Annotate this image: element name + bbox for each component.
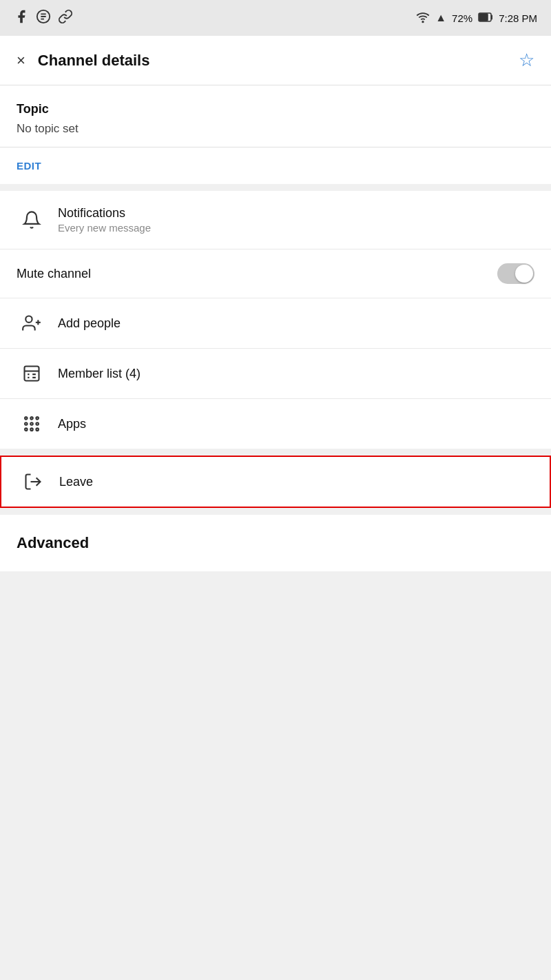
menu-card: Notifications Every new message Mute cha… (0, 191, 551, 449)
divider (0, 147, 551, 147)
time-display: 7:28 PM (499, 12, 537, 24)
signal-icon: ▲ (435, 12, 446, 24)
mute-toggle[interactable] (497, 263, 534, 284)
svg-point-9 (25, 417, 28, 420)
svg-point-10 (30, 417, 33, 420)
leave-text: Leave (59, 475, 533, 489)
status-right-icons: ▲ 72% 7:28 PM (416, 10, 537, 26)
svg-point-16 (30, 428, 33, 431)
facebook-icon (14, 9, 29, 28)
battery-icon (478, 12, 493, 24)
leave-title: Leave (59, 475, 533, 489)
leave-card: Leave (0, 456, 551, 508)
svg-point-14 (36, 422, 39, 425)
svg-point-4 (25, 316, 32, 323)
svg-point-13 (30, 422, 33, 425)
apps-icon (17, 414, 47, 433)
add-people-title: Add people (58, 316, 534, 331)
notifications-subtitle: Every new message (58, 222, 534, 234)
member-list-icon (17, 364, 47, 383)
apps-item[interactable]: Apps (0, 399, 551, 449)
svg-rect-3 (479, 14, 488, 21)
leave-icon (18, 472, 48, 491)
topic-section: Topic No topic set (0, 85, 551, 136)
member-list-title: Member list (4) (58, 367, 534, 381)
topic-label: Topic (17, 102, 534, 116)
notifications-text: Notifications Every new message (58, 206, 534, 234)
content-area: Topic No topic set EDIT Notifications Ev… (0, 85, 551, 592)
svg-point-11 (36, 417, 39, 420)
battery-percent: 72% (452, 12, 472, 24)
mute-label: Mute channel (17, 267, 91, 281)
apps-title: Apps (58, 417, 534, 431)
page-title: Channel details (38, 52, 150, 70)
svg-point-15 (25, 428, 28, 431)
leave-item[interactable]: Leave (0, 456, 551, 508)
channel-details-header: × Channel details ☆ (0, 36, 551, 85)
svg-point-1 (422, 21, 424, 22)
svg-point-12 (25, 422, 28, 425)
notifications-item[interactable]: Notifications Every new message (0, 191, 551, 249)
advanced-section: Advanced (0, 515, 551, 571)
add-people-item[interactable]: Add people (0, 298, 551, 349)
edit-button[interactable]: EDIT (0, 147, 58, 184)
status-bar: ▲ 72% 7:28 PM (0, 0, 551, 36)
status-left-icons (14, 9, 73, 28)
message-icon (36, 9, 51, 28)
add-person-icon (17, 314, 47, 333)
link-icon (58, 9, 73, 27)
topic-card: Topic No topic set EDIT (0, 85, 551, 184)
favorite-button[interactable]: ☆ (519, 50, 534, 71)
advanced-title: Advanced (17, 534, 534, 552)
member-list-text: Member list (4) (58, 367, 534, 381)
apps-text: Apps (58, 417, 534, 431)
bell-icon (17, 210, 47, 229)
topic-value: No topic set (17, 122, 534, 136)
add-people-text: Add people (58, 316, 534, 331)
wifi-icon (416, 10, 430, 26)
svg-point-17 (36, 428, 39, 431)
close-button[interactable]: × (17, 52, 25, 70)
member-list-item[interactable]: Member list (4) (0, 349, 551, 399)
toggle-knob (515, 265, 533, 283)
mute-channel-item[interactable]: Mute channel (0, 249, 551, 298)
notifications-title: Notifications (58, 206, 534, 221)
